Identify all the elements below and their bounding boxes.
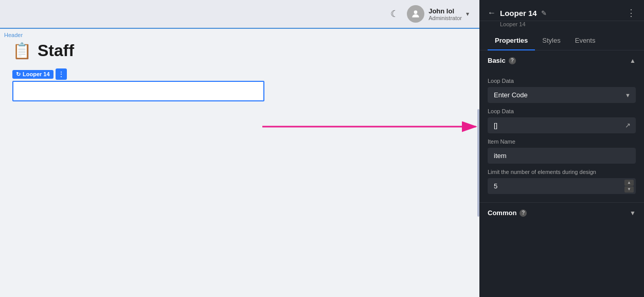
common-help-icon[interactable]: ?	[520, 209, 527, 217]
user-info: John lol Administrator	[428, 7, 462, 21]
tab-events[interactable]: Events	[568, 31, 603, 50]
sidebar-header-left: ← Looper 14 ✎	[488, 8, 547, 18]
page-content: Header 📋 Staff ↻ Looper 14 ⋮	[0, 29, 479, 297]
limit-increment[interactable]: ▲	[624, 180, 634, 186]
item-name-input[interactable]	[488, 148, 636, 164]
dark-mode-icon[interactable]: ☾	[390, 8, 399, 20]
properties-content: Basic ? ▲ Loop Data Enter Code ▼ Loop Da…	[479, 50, 644, 297]
scroll-indicator[interactable]	[477, 109, 479, 216]
svg-point-0	[414, 10, 418, 14]
looper-box[interactable]	[12, 81, 264, 101]
basic-section-header[interactable]: Basic ? ▲	[479, 50, 644, 71]
sidebar-header: ← Looper 14 ✎ ⋮	[479, 0, 644, 21]
looper-menu-button[interactable]: ⋮	[56, 68, 67, 80]
page-icon: 📋	[12, 42, 31, 60]
common-section-chevron[interactable]: ▼	[630, 209, 636, 217]
loop-data-input[interactable]	[488, 117, 636, 133]
edit-icon[interactable]: ✎	[541, 9, 547, 17]
basic-section-chevron[interactable]: ▲	[630, 57, 636, 64]
common-section-title: Common ?	[488, 209, 527, 217]
common-section-header[interactable]: Common ? ▼	[479, 203, 644, 223]
loop-data-select-wrapper[interactable]: Enter Code ▼	[488, 87, 636, 103]
tab-properties[interactable]: Properties	[488, 31, 535, 50]
item-name-label: Item Name	[488, 138, 636, 145]
limit-decrement[interactable]: ▼	[624, 186, 634, 193]
sidebar-title: Looper 14	[500, 9, 537, 18]
looper-badge[interactable]: ↻ Looper 14	[12, 70, 53, 79]
sidebar-subtitle: Looper 14	[500, 21, 644, 31]
sidebar-panel: ← Looper 14 ✎ ⋮ Looper 14 Properties Sty…	[479, 0, 644, 297]
user-name: John lol	[428, 7, 462, 15]
sidebar-tabs: Properties Styles Events	[479, 31, 644, 50]
user-role: Administrator	[428, 15, 462, 21]
user-menu-chevron[interactable]: ▾	[466, 10, 469, 18]
limit-label: Limit the number of elements during desi…	[488, 169, 636, 175]
user-menu[interactable]: John lol Administrator ▾	[407, 5, 469, 23]
avatar	[407, 5, 424, 23]
page-title: Staff	[38, 41, 74, 60]
sidebar-more-icon[interactable]: ⋮	[627, 7, 636, 19]
looper-badge-icon: ↻	[16, 71, 21, 78]
loop-data-input-wrapper: ↗	[488, 117, 636, 133]
limit-field-wrapper: ▲ ▼	[488, 178, 636, 194]
looper-wrapper: ↻ Looper 14 ⋮	[12, 68, 264, 101]
header-label: Header	[4, 32, 23, 38]
page-title-area: 📋 Staff	[0, 29, 479, 68]
top-bar: ☾ John lol Administrator ▾	[0, 0, 479, 29]
arrow-annotation	[262, 115, 484, 138]
limit-input[interactable]	[488, 178, 636, 194]
loop-data-edit-icon[interactable]: ↗	[625, 121, 631, 129]
looper-label-bar: ↻ Looper 14 ⋮	[12, 68, 264, 80]
basic-section-title: Basic ?	[488, 57, 516, 64]
looper-badge-label: Looper 14	[23, 71, 50, 77]
basic-help-icon[interactable]: ?	[509, 57, 516, 64]
back-button[interactable]: ←	[488, 8, 496, 18]
loop-data-input-label: Loop Data	[488, 108, 636, 114]
basic-section-body: Loop Data Enter Code ▼ Loop Data ↗ Item …	[479, 71, 644, 202]
tab-styles[interactable]: Styles	[535, 31, 567, 50]
limit-spinners: ▲ ▼	[624, 180, 634, 193]
loop-data-select-label: Loop Data	[488, 78, 636, 84]
loop-data-select[interactable]: Enter Code	[488, 87, 636, 103]
